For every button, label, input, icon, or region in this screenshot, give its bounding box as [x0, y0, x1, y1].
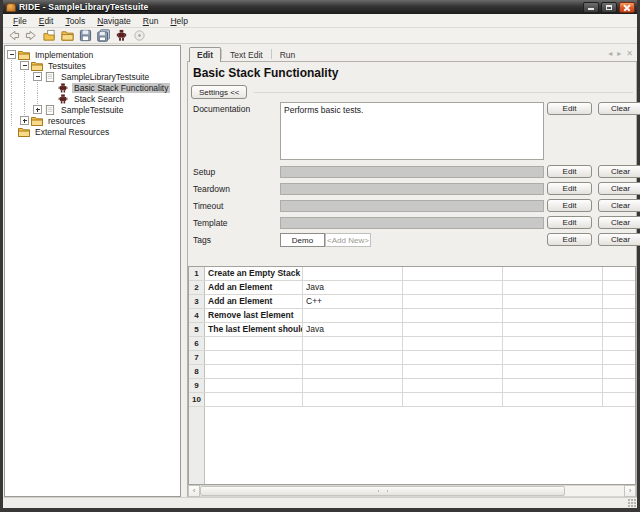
documentation-field[interactable]: Performs basic tests.	[280, 102, 544, 160]
clear-timeout-button[interactable]: Clear	[598, 199, 640, 212]
grid-cell[interactable]: C++	[303, 295, 403, 308]
settings-toggle-button[interactable]: Settings <<	[191, 85, 247, 99]
grid-cell[interactable]	[205, 337, 303, 350]
grid-cell[interactable]: Create an Empty Stack	[205, 267, 303, 280]
grid-cell[interactable]: Java	[303, 281, 403, 294]
prev-tab-icon[interactable]: ◂	[608, 50, 612, 58]
grid-cell[interactable]	[205, 351, 303, 364]
grid-cell[interactable]	[403, 295, 503, 308]
grid-cell[interactable]	[403, 281, 503, 294]
grid-cell[interactable]	[403, 351, 503, 364]
grid-cell[interactable]	[603, 309, 635, 322]
grid-cell[interactable]	[303, 393, 403, 406]
edit-timeout-button[interactable]: Edit	[547, 199, 592, 212]
grid-cell[interactable]	[205, 393, 303, 406]
collapse-icon[interactable]	[33, 72, 42, 81]
row-number[interactable]: 4	[189, 309, 205, 322]
grid-cell[interactable]	[403, 337, 503, 350]
open-directory-icon[interactable]	[60, 29, 75, 43]
tab-edit[interactable]: Edit	[189, 47, 221, 62]
grid-cell[interactable]	[403, 393, 503, 406]
menu-item-navigate[interactable]: Navigate	[91, 15, 137, 27]
maximize-button[interactable]	[601, 2, 617, 13]
report-icon[interactable]	[132, 29, 147, 43]
resize-grip[interactable]	[628, 499, 636, 507]
grid-cell[interactable]	[205, 365, 303, 378]
grid-cell[interactable]	[603, 295, 635, 308]
grid-cell[interactable]	[503, 351, 603, 364]
grid-cell[interactable]	[603, 337, 635, 350]
setup-field[interactable]	[280, 166, 544, 178]
scroll-right-button[interactable]: ›	[624, 485, 636, 497]
edit-tags-button[interactable]: Edit	[547, 233, 592, 246]
expand-icon[interactable]	[20, 116, 29, 125]
grid-cell[interactable]	[603, 323, 635, 336]
grid-cell[interactable]	[503, 337, 603, 350]
grid-cell[interactable]	[603, 267, 635, 280]
grid-cell[interactable]	[503, 267, 603, 280]
grid-cell[interactable]	[403, 323, 503, 336]
next-tab-icon[interactable]: ▸	[617, 50, 621, 58]
grid-cell[interactable]	[403, 309, 503, 322]
grid-cell[interactable]	[303, 267, 403, 280]
close-button[interactable]	[619, 2, 635, 13]
clear-documentation-button[interactable]: Clear	[598, 102, 640, 115]
grid-cell[interactable]	[303, 309, 403, 322]
row-number[interactable]: 7	[189, 351, 205, 364]
grid-cell[interactable]	[603, 393, 635, 406]
collapse-icon[interactable]	[7, 50, 16, 59]
tree-item-4[interactable]: Stack Search	[5, 93, 180, 104]
scroll-thumb[interactable]	[200, 486, 565, 496]
tab-text-edit[interactable]: Text Edit	[222, 47, 271, 62]
clear-teardown-button[interactable]: Clear	[598, 182, 640, 195]
row-number[interactable]: 1	[189, 267, 205, 280]
clear-setup-button[interactable]: Clear	[598, 165, 640, 178]
edit-template-button[interactable]: Edit	[547, 216, 592, 229]
open-suite-icon[interactable]	[42, 29, 57, 43]
tree-item-0[interactable]: Implementation	[5, 49, 180, 60]
grid-cell[interactable]: Add an Element	[205, 281, 303, 294]
grid-cell[interactable]	[303, 379, 403, 392]
grid-cell[interactable]	[303, 351, 403, 364]
row-number[interactable]: 8	[189, 365, 205, 378]
teardown-field[interactable]	[280, 183, 544, 195]
minimize-button[interactable]	[583, 2, 599, 13]
menu-item-run[interactable]: Run	[137, 15, 165, 27]
edit-teardown-button[interactable]: Edit	[547, 182, 592, 195]
grid-cell[interactable]	[603, 365, 635, 378]
save-all-icon[interactable]	[96, 29, 111, 43]
go-forward-icon[interactable]	[24, 29, 39, 43]
tree-item-1[interactable]: Testsuites	[5, 60, 180, 71]
row-number[interactable]: 9	[189, 379, 205, 392]
grid-cell[interactable]: Java	[303, 323, 403, 336]
edit-setup-button[interactable]: Edit	[547, 165, 592, 178]
tree-item-5[interactable]: SampleTestsuite	[5, 104, 180, 115]
edit-documentation-button[interactable]: Edit	[547, 102, 592, 115]
grid-cell[interactable]	[403, 379, 503, 392]
menu-item-tools[interactable]: Tools	[59, 15, 91, 27]
tree-item-6[interactable]: resources	[5, 115, 180, 126]
grid-cell[interactable]	[503, 379, 603, 392]
menu-item-edit[interactable]: Edit	[33, 15, 60, 27]
template-field[interactable]	[280, 217, 544, 229]
grid-cell[interactable]: Remove last Element	[205, 309, 303, 322]
row-number[interactable]: 10	[189, 393, 205, 406]
grid-cell[interactable]	[603, 351, 635, 364]
expand-icon[interactable]	[33, 105, 42, 114]
grid-cell[interactable]	[503, 309, 603, 322]
ride-robot-icon[interactable]	[114, 29, 129, 43]
grid-cell[interactable]	[603, 379, 635, 392]
add-tag-button[interactable]: <Add New>	[325, 233, 371, 247]
grid-cell[interactable]	[503, 295, 603, 308]
tab-run[interactable]: Run	[272, 47, 304, 62]
grid-cell[interactable]	[503, 365, 603, 378]
grid-cell[interactable]	[503, 281, 603, 294]
grid-cell[interactable]	[503, 323, 603, 336]
tree-item-7[interactable]: External Resources	[5, 126, 180, 137]
grid-cell[interactable]	[303, 337, 403, 350]
grid-cell[interactable]	[403, 267, 503, 280]
grid-cell[interactable]	[603, 281, 635, 294]
row-number[interactable]: 6	[189, 337, 205, 350]
grid-cell[interactable]	[303, 365, 403, 378]
close-tab-icon[interactable]: ✕	[626, 50, 633, 58]
